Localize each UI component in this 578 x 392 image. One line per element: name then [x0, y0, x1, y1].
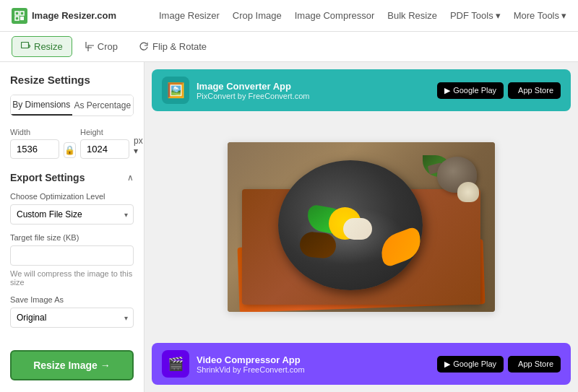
topping-brown	[299, 231, 337, 259]
svg-rect-3	[20, 17, 24, 20]
save-as-select-wrapper: Original ▾	[10, 308, 134, 328]
px-label[interactable]: px ▾	[134, 136, 143, 156]
resize-settings-title: Resize Settings	[10, 74, 134, 86]
width-label: Width	[10, 128, 59, 136]
tool-tabs: Resize Crop Flip & Rotate	[0, 32, 578, 62]
ad-top-subtitle: PixConvert by FreeConvert.com	[197, 92, 430, 100]
dimension-inputs: Width 🔒 Height px ▾	[10, 128, 134, 159]
ad-bottom-subtitle: ShrinkVid by FreeConvert.com	[197, 365, 430, 374]
app-store-bottom-button[interactable]: App Store	[508, 356, 561, 373]
tab-by-dimensions[interactable]: By Dimensions	[11, 95, 72, 116]
tab-flip-rotate[interactable]: Flip & Rotate	[130, 36, 216, 57]
content-area: 🖼️ Image Converter App PixConvert by Fre…	[144, 62, 578, 392]
tab-crop[interactable]: Crop	[75, 36, 127, 57]
optimization-label: Choose Optimization Level	[10, 192, 134, 201]
target-size-label: Target file size (KB)	[10, 233, 134, 242]
preview-image	[228, 142, 495, 312]
height-label: Height	[80, 128, 129, 136]
logo-text: Image Resizer.com	[32, 10, 116, 21]
google-play-bottom-button[interactable]: ▶ Google Play	[437, 356, 504, 373]
crop-icon	[85, 42, 94, 51]
tab-as-percentage[interactable]: As Percentage	[72, 95, 134, 116]
nav-links: Image Resizer Crop Image Image Compresso…	[159, 10, 566, 21]
chevron-down-icon: ▾	[561, 10, 566, 21]
topping-white	[343, 218, 372, 240]
nav-pdf-tools[interactable]: PDF Tools ▾	[450, 10, 501, 21]
top-navigation: Image Resizer.com Image Resizer Crop Ima…	[0, 0, 578, 32]
ad-top-icon: 🖼️	[162, 77, 189, 104]
ad-bottom-icon: 🎬	[162, 350, 189, 378]
optimization-select-wrapper: Custom File Size ▾	[10, 204, 134, 225]
tab-resize[interactable]: Resize	[12, 36, 72, 57]
ad-bottom-text: Video Compressor App ShrinkVid by FreeCo…	[197, 354, 430, 374]
export-settings-title: Export Settings	[10, 172, 85, 183]
svg-rect-4	[22, 43, 29, 48]
nav-image-compressor[interactable]: Image Compressor	[295, 10, 375, 21]
logo[interactable]: Image Resizer.com	[12, 8, 116, 24]
width-input[interactable]	[10, 139, 59, 159]
nav-more-tools[interactable]: More Tools ▾	[514, 10, 566, 21]
ad-bottom-title: Video Compressor App	[197, 354, 430, 365]
ad-top-text: Image Converter App PixConvert by FreeCo…	[197, 81, 430, 100]
hint-text: We will compress the image to this size	[10, 269, 134, 287]
save-as-label: Save Image As	[10, 295, 134, 304]
nav-image-resizer[interactable]: Image Resizer	[159, 10, 220, 21]
height-group: Height	[80, 128, 129, 159]
width-group: Width	[10, 128, 59, 159]
optimization-select[interactable]: Custom File Size	[10, 204, 134, 225]
google-play-icon: ▶	[444, 86, 450, 95]
svg-rect-0	[15, 12, 19, 15]
ad-banner-bottom[interactable]: 🎬 Video Compressor App ShrinkVid by Free…	[152, 343, 571, 385]
height-input[interactable]	[80, 139, 129, 159]
save-as-select[interactable]: Original	[10, 308, 134, 328]
lock-icon[interactable]: 🔒	[64, 142, 76, 158]
logo-icon	[12, 8, 27, 24]
export-settings-chevron[interactable]: ∧	[127, 173, 134, 183]
nav-crop-image[interactable]: Crop Image	[233, 10, 282, 21]
garlic	[457, 182, 479, 202]
svg-rect-1	[20, 12, 24, 15]
main-layout: Resize Settings By Dimensions As Percent…	[0, 62, 578, 392]
sidebar: Resize Settings By Dimensions As Percent…	[0, 62, 144, 392]
ad-banner-top[interactable]: 🖼️ Image Converter App PixConvert by Fre…	[152, 69, 571, 111]
image-preview-area	[144, 116, 578, 339]
food-image	[228, 142, 495, 312]
chevron-down-icon: ▾	[496, 10, 501, 21]
svg-rect-2	[15, 17, 19, 20]
ad-top-store-btns: ▶ Google Play App Store	[437, 82, 561, 99]
resize-image-button[interactable]: Resize Image →	[10, 350, 134, 380]
dimension-tabs: By Dimensions As Percentage	[10, 95, 134, 116]
google-play-bottom-icon: ▶	[444, 360, 450, 369]
resize-icon	[21, 42, 30, 51]
rotate-icon	[139, 42, 149, 51]
ad-bottom-store-btns: ▶ Google Play App Store	[437, 356, 561, 373]
app-store-top-button[interactable]: App Store	[508, 82, 561, 99]
export-settings-header: Export Settings ∧	[10, 172, 134, 183]
google-play-top-button[interactable]: ▶ Google Play	[437, 82, 504, 99]
target-size-input[interactable]	[10, 245, 134, 266]
ad-top-title: Image Converter App	[197, 81, 430, 92]
nav-bulk-resize[interactable]: Bulk Resize	[387, 10, 437, 21]
